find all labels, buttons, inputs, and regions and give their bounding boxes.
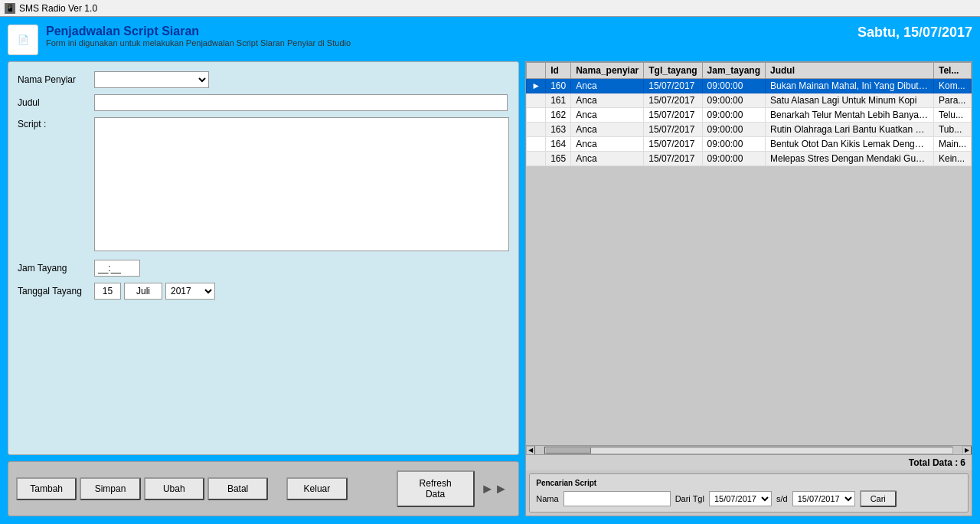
tanggal-fields: 2015 2016 2017 2018 [94,283,215,300]
row-pointer: ► [527,79,546,93]
cell-judul: Rutin Olahraga Lari Bantu Kuatkan Ereksi [765,123,933,137]
cell-judul: Melepas Stres Dengan Mendaki Gunung [765,152,933,166]
jam-tayang-row: Jam Tayang [18,260,509,277]
content-area: Nama Penyiar Anca Judul Script : [8,61,972,516]
bln-field[interactable] [124,283,162,300]
cell-jam: 09:00:00 [702,108,765,123]
cell-jam: 09:00:00 [702,152,765,166]
refresh-button[interactable]: Refresh Data [397,470,475,507]
hscroll-track[interactable] [544,447,953,454]
row-pointer [527,152,546,166]
title-bar: 📱 SMS Radio Ver 1.0 [0,0,980,17]
script-label: Script : [18,117,94,129]
table-row[interactable]: 162 Anca 15/07/2017 09:00:00 Benarkah Te… [527,108,972,123]
hscroll-thumb[interactable] [545,447,591,454]
row-pointer [527,93,546,108]
table-row[interactable]: 165 Anca 15/07/2017 09:00:00 Melepas Str… [527,152,972,166]
cell-tel: Main... [933,137,971,152]
ubah-button[interactable]: Ubah [144,477,204,500]
cell-nama: Anca [571,79,644,93]
col-judul[interactable]: Judul [765,63,933,79]
current-date: Sabtu, 15/07/2017 [858,25,972,41]
cell-jam: 09:00:00 [702,93,765,108]
page-subtitle: Form ini digunakan untuk melakukan Penja… [46,38,858,47]
nama-penyiar-select[interactable]: Anca [94,71,209,88]
cell-id: 163 [546,123,571,137]
form-icon: 📄 [8,25,38,55]
cell-tel: Telu... [933,108,971,123]
cell-tgl: 15/07/2017 [644,137,702,152]
nama-search-input[interactable] [564,491,671,506]
cell-tel: Para... [933,93,971,108]
table-row[interactable]: 164 Anca 15/07/2017 09:00:00 Bentuk Otot… [527,137,972,152]
app-title: SMS Radio Ver 1.0 [19,3,97,14]
cell-id: 165 [546,152,571,166]
cell-judul: Bentuk Otot Dan Kikis Lemak Dengan Rajin… [765,137,933,152]
table-row[interactable]: 161 Anca 15/07/2017 09:00:00 Satu Alasan… [527,93,972,108]
button-panel: Tambah Simpan Ubah Batal Keluar Refresh … [8,461,519,516]
hscroll-bar[interactable]: ◀ ▶ [526,445,972,454]
cell-jam: 09:00:00 [702,79,765,93]
cell-id: 161 [546,93,571,108]
col-nama-penyiar[interactable]: Nama_penyiar [571,63,644,79]
sd-label: s/d [776,494,788,503]
col-pointer [527,63,546,79]
cell-id: 164 [546,137,571,152]
thn-select[interactable]: 2015 2016 2017 2018 [165,283,215,300]
cell-judul: Satu Alasan Lagi Untuk Minum Kopi [765,93,933,108]
cell-judul: Benarkah Telur Mentah Lebih Banyak Nutri… [765,108,933,123]
doc-icon: 📄 [18,34,29,45]
scroll-right-arrow[interactable]: ▶ [962,446,972,455]
script-container [94,117,509,254]
cell-nama: Anca [571,123,644,137]
cell-tgl: 15/07/2017 [644,152,702,166]
dari-tgl-select[interactable]: 15/07/2017 [709,491,772,506]
col-tgl-tayang[interactable]: Tgl_tayang [644,63,702,79]
header-row: 📄 Penjadwalan Script Siaran Form ini dig… [8,25,972,55]
header-text: Penjadwalan Script Siaran Form ini digun… [46,25,858,47]
judul-row: Judul [18,94,509,111]
judul-label: Judul [18,97,94,108]
data-table-container: Id Nama_penyiar Tgl_tayang Jam_tayang Ju… [526,62,972,445]
cell-jam: 09:00:00 [702,137,765,152]
scroll-left-arrow[interactable]: ◀ [526,446,535,455]
cell-jam: 09:00:00 [702,123,765,137]
cell-tel: Kom... [933,79,971,93]
search-group: Pencarian Script Nama Dari Tgl 15/07/201… [529,473,969,513]
batal-button[interactable]: Batal [207,477,268,500]
search-group-label: Pencarian Script [536,479,962,487]
col-id[interactable]: Id [546,63,571,79]
script-textarea[interactable] [94,117,509,251]
cari-button[interactable]: Cari [860,490,897,507]
tanggal-tayang-label: Tanggal Tayang [18,286,94,296]
right-panel: Id Nama_penyiar Tgl_tayang Jam_tayang Ju… [525,61,972,516]
search-fields: Nama Dari Tgl 15/07/2017 s/d 15/07/2017 … [536,490,962,507]
col-tel[interactable]: Tel... [933,63,971,79]
nama-search-label: Nama [536,494,558,503]
row-pointer [527,137,546,152]
jam-tayang-label: Jam Tayang [18,263,94,273]
judul-input[interactable] [94,94,508,111]
script-row: Script : [18,117,509,254]
left-panel: Nama Penyiar Anca Judul Script : [8,61,519,516]
tambah-button[interactable]: Tambah [16,477,77,500]
jam-tayang-input[interactable] [94,260,140,277]
sd-select[interactable]: 15/07/2017 [792,491,855,506]
data-table: Id Nama_penyiar Tgl_tayang Jam_tayang Ju… [526,62,972,166]
keluar-button[interactable]: Keluar [286,477,347,500]
cell-tel: Tub... [933,123,971,137]
simpan-button[interactable]: Simpan [80,477,140,500]
cell-tgl: 15/07/2017 [644,108,702,123]
table-row[interactable]: 163 Anca 15/07/2017 09:00:00 Rutin Olahr… [527,123,972,137]
cell-nama: Anca [571,152,644,166]
tgl-field[interactable] [94,283,121,300]
total-row: Total Data : 6 [526,454,972,470]
col-jam-tayang[interactable]: Jam_tayang [702,63,765,79]
arrow-right-icon[interactable]: ►► [478,481,511,497]
table-row[interactable]: ► 160 Anca 15/07/2017 09:00:00 Bukan Mai… [527,79,972,93]
cell-nama: Anca [571,108,644,123]
cell-id: 162 [546,108,571,123]
cell-nama: Anca [571,137,644,152]
cell-tgl: 15/07/2017 [644,93,702,108]
form-panel: Nama Penyiar Anca Judul Script : [8,61,519,455]
